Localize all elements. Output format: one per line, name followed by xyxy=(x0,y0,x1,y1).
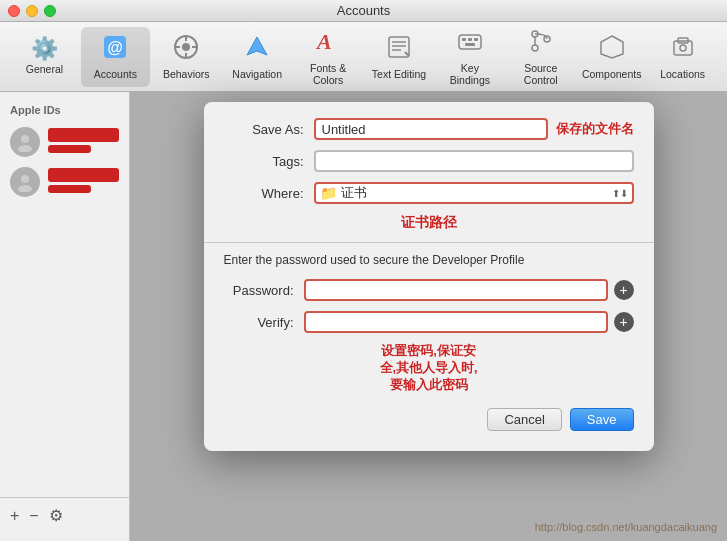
content-area: Save As: 保存的文件名 Tags: Where: 📁 xyxy=(130,92,727,541)
toolbar-item-fonts-colors[interactable]: A Fonts & Colors xyxy=(294,27,363,87)
add-account-button[interactable]: + xyxy=(10,507,19,525)
verify-row: Verify: + xyxy=(204,311,654,333)
main-content: Apple IDs xyxy=(0,92,727,541)
svg-rect-15 xyxy=(459,35,481,49)
where-arrow-icon: ⬆⬇ xyxy=(612,188,628,199)
account-2-text xyxy=(48,168,119,196)
tags-input[interactable] xyxy=(314,150,634,172)
save-as-input[interactable] xyxy=(314,118,548,140)
svg-point-26 xyxy=(680,45,686,51)
modal-separator xyxy=(204,242,654,243)
account-1-text xyxy=(48,128,119,156)
accounts-icon: @ xyxy=(101,33,129,65)
svg-rect-19 xyxy=(465,43,475,46)
set-password-annotation: 设置密码,保证安 全,其他人导入时, 要输入此密码 xyxy=(204,343,654,394)
password-row: Password: + xyxy=(204,279,654,301)
window-controls xyxy=(8,5,56,17)
svg-rect-17 xyxy=(468,38,472,41)
maximize-button[interactable] xyxy=(44,5,56,17)
avatar-2 xyxy=(10,167,40,197)
folder-icon: 📁 xyxy=(320,185,337,201)
svg-marker-8 xyxy=(247,37,267,55)
modal-overlay: Save As: 保存的文件名 Tags: Where: 📁 xyxy=(130,92,727,541)
minimize-button[interactable] xyxy=(26,5,38,17)
toolbar-item-locations[interactable]: Locations xyxy=(648,27,717,87)
fonts-colors-icon: A xyxy=(314,27,342,59)
sidebar: Apple IDs xyxy=(0,92,130,541)
where-row: Where: 📁 证书 ⬆⬇ xyxy=(224,182,634,204)
password-label: Password: xyxy=(224,283,294,298)
modal-body: Save As: 保存的文件名 Tags: Where: 📁 xyxy=(204,102,654,232)
toolbar: ⚙️ General @ Accounts Behaviors xyxy=(0,22,727,92)
components-icon xyxy=(598,33,626,65)
toolbar-label-locations: Locations xyxy=(660,68,705,80)
source-control-icon xyxy=(527,27,555,59)
toolbar-label-text-editing: Text Editing xyxy=(372,68,426,80)
sidebar-item-2[interactable] xyxy=(0,162,129,202)
locations-icon xyxy=(669,33,697,65)
sidebar-header: Apple IDs xyxy=(0,100,129,122)
toolbar-item-navigation[interactable]: Navigation xyxy=(223,27,292,87)
svg-point-27 xyxy=(21,135,29,143)
remove-account-button[interactable]: − xyxy=(29,507,38,525)
verify-input[interactable] xyxy=(304,311,608,333)
general-icon: ⚙️ xyxy=(31,38,58,60)
where-container[interactable]: 📁 证书 ⬆⬇ xyxy=(314,182,634,204)
text-editing-icon xyxy=(385,33,413,65)
tags-row: Tags: xyxy=(224,150,634,172)
svg-point-3 xyxy=(182,43,190,51)
behaviors-icon xyxy=(172,33,200,65)
toolbar-label-key-bindings: Key Bindings xyxy=(439,62,500,86)
cancel-button[interactable]: Cancel xyxy=(487,408,561,431)
navigation-icon xyxy=(243,33,271,65)
svg-point-30 xyxy=(18,185,32,192)
password-input[interactable] xyxy=(304,279,608,301)
close-button[interactable] xyxy=(8,5,20,17)
window-title: Accounts xyxy=(337,3,390,18)
svg-rect-16 xyxy=(462,38,466,41)
toolbar-label-general: General xyxy=(26,63,63,75)
sidebar-item-1[interactable] xyxy=(0,122,129,162)
toolbar-item-behaviors[interactable]: Behaviors xyxy=(152,27,221,87)
svg-rect-18 xyxy=(474,38,478,41)
save-dialog: Save As: 保存的文件名 Tags: Where: 📁 xyxy=(204,102,654,451)
key-bindings-icon xyxy=(456,27,484,59)
sidebar-bottom: + − ⚙ xyxy=(0,497,129,533)
verify-toggle-button[interactable]: + xyxy=(614,312,634,332)
password-toggle-button[interactable]: + xyxy=(614,280,634,300)
modal-description: Enter the password used to secure the De… xyxy=(204,253,654,267)
verify-label: Verify: xyxy=(224,315,294,330)
toolbar-item-components[interactable]: Components xyxy=(577,27,646,87)
tags-label: Tags: xyxy=(224,154,304,169)
toolbar-item-accounts[interactable]: @ Accounts xyxy=(81,27,150,87)
toolbar-item-source-control[interactable]: Source Control xyxy=(506,27,575,87)
svg-text:A: A xyxy=(315,29,332,54)
title-bar: Accounts xyxy=(0,0,727,22)
toolbar-item-text-editing[interactable]: Text Editing xyxy=(365,27,434,87)
save-button[interactable]: Save xyxy=(570,408,634,431)
save-as-label: Save As: xyxy=(224,122,304,137)
toolbar-label-source-control: Source Control xyxy=(510,62,571,86)
svg-point-21 xyxy=(532,45,538,51)
where-text: 证书 xyxy=(341,184,612,202)
cert-path-annotation: 证书路径 xyxy=(224,214,634,232)
toolbar-item-general[interactable]: ⚙️ General xyxy=(10,27,79,87)
svg-point-29 xyxy=(21,175,29,183)
save-as-annotation: 保存的文件名 xyxy=(556,121,634,138)
save-as-row: Save As: 保存的文件名 xyxy=(224,118,634,140)
toolbar-label-behaviors: Behaviors xyxy=(163,68,210,80)
where-label: Where: xyxy=(224,186,304,201)
modal-footer: Cancel Save xyxy=(204,400,654,431)
toolbar-item-key-bindings[interactable]: Key Bindings xyxy=(435,27,504,87)
toolbar-label-accounts: Accounts xyxy=(94,68,137,80)
toolbar-label-fonts-colors: Fonts & Colors xyxy=(298,62,359,86)
toolbar-label-navigation: Navigation xyxy=(232,68,282,80)
svg-point-28 xyxy=(18,145,32,152)
avatar-1 xyxy=(10,127,40,157)
toolbar-label-components: Components xyxy=(582,68,642,80)
settings-button[interactable]: ⚙ xyxy=(49,506,63,525)
svg-text:@: @ xyxy=(108,39,124,56)
